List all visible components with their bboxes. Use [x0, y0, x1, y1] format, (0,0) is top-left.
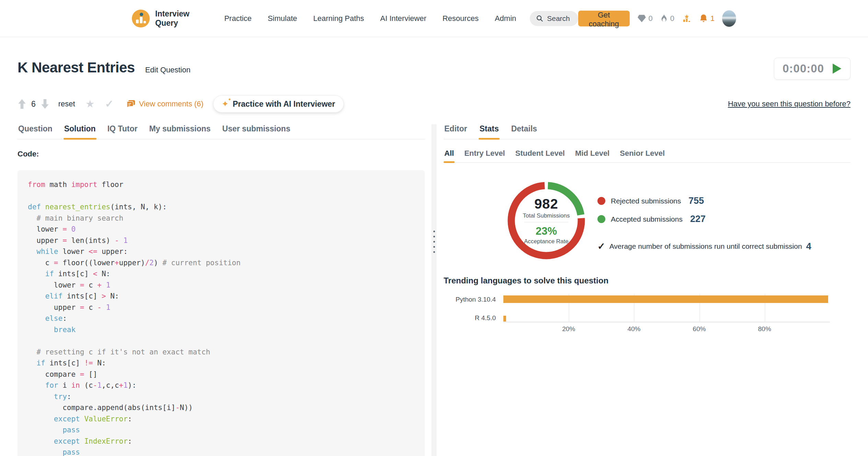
nav-item-learning-paths[interactable]: Learning Paths: [313, 14, 364, 23]
editor-tabs: Editor Stats Details: [444, 124, 850, 139]
search-input[interactable]: Search: [530, 11, 578, 26]
tick-40: 40%: [627, 325, 640, 333]
main-content: K Nearest Entries Edit Question 0:00:00 …: [0, 58, 868, 456]
question-tabs: Question Solution IQ Tutor My submission…: [18, 124, 425, 139]
question-left-panel: Question Solution IQ Tutor My submission…: [18, 124, 425, 456]
nav-item-ai-interviewer[interactable]: AI Interviewer: [380, 14, 426, 23]
timer-value: 0:00:00: [783, 62, 824, 75]
level-tab-all[interactable]: All: [444, 149, 455, 162]
tab-iq-tutor[interactable]: IQ Tutor: [107, 124, 138, 139]
practice-ai-interviewer-button[interactable]: ✦ Practice with AI Interviewer: [213, 95, 344, 113]
code-line: [28, 335, 418, 347]
donut-legend: Rejected submissions 755 Accepted submis…: [597, 181, 811, 260]
search-placeholder: Search: [547, 14, 570, 23]
level-tab-senior[interactable]: Senior Level: [619, 149, 665, 162]
timer-play-button[interactable]: [832, 63, 842, 74]
tab-my-submissions[interactable]: My submissions: [148, 124, 211, 139]
level-tab-entry[interactable]: Entry Level: [464, 149, 506, 162]
tab-user-submissions[interactable]: User submissions: [221, 124, 291, 139]
code-line: try:: [28, 391, 418, 402]
code-line: except IndexError:: [28, 436, 418, 447]
comments-icon: [126, 100, 136, 108]
tab-editor[interactable]: Editor: [444, 124, 468, 139]
bookmark-star-icon[interactable]: ★: [85, 99, 95, 109]
reset-link[interactable]: reset: [58, 100, 75, 108]
view-comments-label: View comments (6): [139, 100, 204, 108]
bar-r: [503, 316, 506, 321]
code-line: for i in (c-1,c,c+1):: [28, 380, 418, 391]
get-coaching-button[interactable]: Get coaching: [578, 11, 630, 26]
code-line: lower = 0: [28, 224, 418, 235]
code-line: [28, 190, 418, 202]
nav-item-simulate[interactable]: Simulate: [268, 14, 297, 23]
tab-details[interactable]: Details: [511, 124, 538, 139]
code-label: Code:: [18, 150, 425, 159]
leaderboard-button[interactable]: [682, 14, 692, 23]
up-arrow-icon: [18, 99, 26, 109]
notification-count: 1: [710, 14, 715, 23]
x-axis-ticks: 20% 40% 60% 80%: [503, 325, 830, 335]
accepted-label: Accepted submissions: [611, 215, 683, 223]
average-submissions-value: 4: [806, 241, 811, 252]
brand-name: Interview Query: [155, 9, 210, 28]
level-filter-tabs: All Entry Level Student Level Mid Level …: [444, 149, 850, 163]
code-line: compare.append(abs(ints[i]-N)): [28, 402, 418, 413]
brand-home-link[interactable]: Interview Query: [132, 9, 210, 28]
bar-label-python: Python 3.10.4: [444, 296, 496, 303]
code-line: pass: [28, 424, 418, 436]
code-line: pass: [28, 447, 418, 456]
rejected-dot-icon: [597, 197, 605, 205]
streak-count: 0: [670, 14, 674, 23]
code-line: upper = c - 1: [28, 302, 418, 313]
avatar[interactable]: [722, 10, 736, 27]
total-submissions-label: Total Submissions: [523, 212, 570, 219]
nav-item-practice[interactable]: Practice: [224, 14, 251, 23]
level-tab-mid[interactable]: Mid Level: [574, 149, 610, 162]
donut-center: 982 Total Submissions 23% Acceptance Rat…: [507, 181, 586, 260]
drag-handle-icon: [433, 231, 435, 253]
streak-counter[interactable]: 0: [660, 14, 674, 23]
seen-before-link[interactable]: Have you seen this question before?: [728, 100, 850, 108]
code-line: while lower <= upper:: [28, 246, 418, 257]
trending-languages-title: Trending languages to solve this questio…: [444, 276, 850, 285]
diamond-counter[interactable]: 0: [637, 14, 653, 23]
notifications-button[interactable]: 1: [699, 14, 715, 23]
nav-links: Practice Simulate Learning Paths AI Inte…: [224, 14, 516, 23]
tab-question[interactable]: Question: [18, 124, 53, 139]
average-submissions-label: Average number of submissions run until …: [609, 242, 802, 250]
code-line: lower = c + 1: [28, 280, 418, 291]
code-line: compare = []: [28, 369, 418, 380]
code-line: # main binary search: [28, 213, 418, 224]
edit-question-link[interactable]: Edit Question: [145, 66, 191, 74]
bell-icon: [699, 14, 708, 23]
code-line: # resetting c if it's not an exact match: [28, 347, 418, 358]
code-line: c = floor((lower+upper)/2) # current pos…: [28, 257, 418, 269]
tab-solution[interactable]: Solution: [64, 124, 96, 139]
interview-query-logo-icon: [132, 10, 150, 27]
rejected-label: Rejected submissions: [611, 197, 681, 205]
level-tab-student[interactable]: Student Level: [515, 149, 566, 162]
code-line: break: [28, 324, 418, 336]
accepted-value: 227: [690, 214, 706, 224]
check-icon: ✓: [597, 241, 605, 252]
flame-icon: [660, 14, 668, 23]
nav-item-resources[interactable]: Resources: [443, 14, 479, 23]
tab-stats[interactable]: Stats: [479, 124, 499, 139]
down-arrow-icon: [41, 99, 49, 109]
average-submissions-row: ✓ Average number of submissions run unti…: [597, 241, 811, 252]
bar-plot-area: [503, 294, 830, 323]
actions-row: 6 reset ★ ✓ View comments (6) ✦ Practice…: [18, 95, 850, 113]
upvote-button[interactable]: [18, 99, 26, 109]
mark-complete-icon[interactable]: ✓: [105, 99, 114, 109]
view-comments-link[interactable]: View comments (6): [126, 100, 204, 108]
downvote-button[interactable]: [41, 99, 49, 109]
nav-right: Get coaching 0 0 1: [578, 10, 736, 27]
vote-count: 6: [31, 100, 36, 109]
tick-20: 20%: [562, 325, 575, 333]
code-line: elif ints[c] > N:: [28, 291, 418, 302]
acceptance-rate-value: 23%: [536, 225, 557, 237]
panel-resize-divider[interactable]: [432, 124, 436, 456]
code-line: upper = len(ints) - 1: [28, 235, 418, 246]
code-block: from math import floor def nearest_entri…: [18, 170, 425, 456]
nav-item-admin[interactable]: Admin: [495, 14, 516, 23]
